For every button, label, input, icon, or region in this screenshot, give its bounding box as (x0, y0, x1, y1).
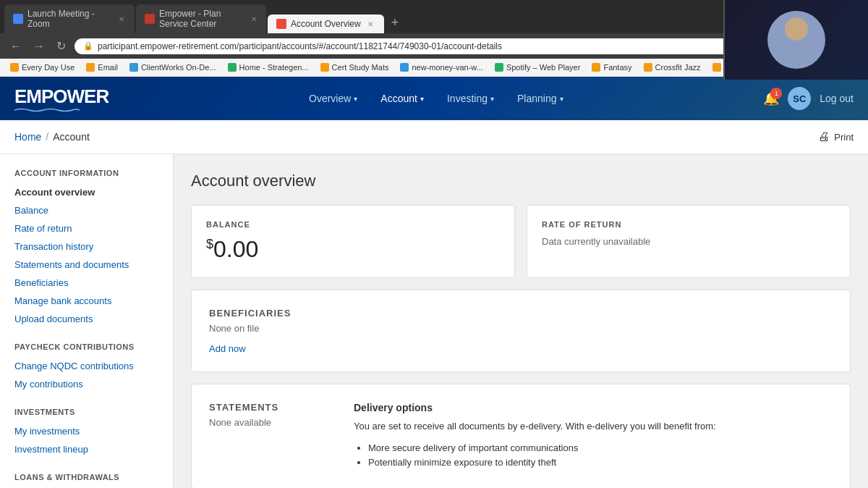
print-button[interactable]: 🖨 Print (818, 130, 854, 143)
sidebar-item-manage-bank-accounts[interactable]: Manage bank accounts (0, 292, 173, 310)
sidebar-section-title: PAYCHECK CONTRIBUTIONS (0, 342, 173, 357)
page-title: Account overview (191, 172, 851, 190)
cards-row: BALANCE $0.00 RATE OF RETURN Data curren… (191, 205, 851, 278)
sidebar-section-title: INVESTMENTS (0, 408, 173, 422)
statements-right: Delivery options You are set to receive … (354, 402, 833, 471)
sidebar-item-my-investments[interactable]: My investments (0, 422, 173, 440)
bookmark-label: Email (98, 63, 118, 72)
bookmark-icon (400, 63, 409, 72)
bookmark-fantasy[interactable]: Fantasy (587, 62, 636, 73)
logo-wave-icon (14, 108, 80, 112)
balance-card: BALANCE $0.00 (191, 205, 515, 278)
bookmark-clientworks[interactable]: ClientWorks On-De... (125, 62, 221, 73)
logout-button[interactable]: Log out (820, 93, 854, 104)
tab-account-overview[interactable]: Account Overview ✕ (268, 14, 384, 33)
nav-overview[interactable]: Overview ▾ (299, 87, 367, 110)
currency-symbol: $ (206, 237, 213, 251)
tab-close[interactable]: ✕ (116, 14, 126, 24)
bookmark-icon (712, 63, 721, 72)
bookmark-crossfit[interactable]: Crossfit Jazz (639, 62, 705, 73)
bookmark-home-strat[interactable]: Home - Strategen... (224, 62, 313, 73)
nav-account[interactable]: Account ▾ (370, 87, 434, 110)
bookmark-icon (228, 63, 237, 72)
user-avatar[interactable]: SC (788, 87, 811, 110)
delivery-list: More secure delivery of important commun… (354, 441, 833, 471)
sidebar-item-rate-of-return[interactable]: Rate of return (0, 219, 173, 237)
add-beneficiary-link[interactable]: Add now (209, 343, 246, 354)
bookmark-spotify[interactable]: Spotify – Web Player (490, 62, 585, 73)
back-button[interactable]: ← (7, 38, 25, 54)
tab-close[interactable]: ✕ (365, 19, 375, 29)
sidebar-section-title: ACCOUNT INFORMATION (0, 169, 173, 183)
notification-button[interactable]: 🔔 1 (763, 91, 779, 106)
tab-favicon (13, 14, 23, 24)
statements-section: STATEMENTS None available Delivery optio… (191, 384, 851, 488)
main-nav: Overview ▾ Account ▾ Investing ▾ Plannin… (299, 87, 574, 110)
delivery-options-title: Delivery options (354, 402, 833, 413)
beneficiaries-subtitle: None on file (209, 323, 833, 334)
url-text: participant.empower-retirement.com/parti… (98, 41, 502, 51)
chevron-down-icon: ▾ (420, 95, 424, 103)
bookmark-label: new-money-van-w... (412, 63, 482, 72)
sidebar-item-my-contributions[interactable]: My contributions (0, 375, 173, 393)
new-tab-button[interactable]: + (386, 12, 405, 33)
lock-icon: 🔒 (83, 41, 93, 51)
rate-card-label: RATE OF RETURN (542, 220, 835, 229)
sidebar-section-account-info: ACCOUNT INFORMATION Account overview Bal… (0, 169, 173, 328)
app: EMPOWER Overview ▾ Account ▾ Investing ▾… (0, 77, 868, 488)
forward-button[interactable]: → (30, 38, 48, 54)
nav-planning[interactable]: Planning ▾ (507, 87, 574, 110)
bookmark-icon (10, 63, 19, 72)
tab-launch-meeting[interactable]: Launch Meeting - Zoom ✕ (4, 4, 135, 33)
nav-investing-label: Investing (447, 93, 488, 104)
balance-card-label: BALANCE (206, 220, 500, 229)
svg-point-1 (778, 45, 815, 65)
nav-investing[interactable]: Investing ▾ (437, 87, 504, 110)
sidebar-item-account-overview[interactable]: Account overview (0, 183, 173, 201)
sidebar-item-beneficiaries[interactable]: Beneficiaries (0, 274, 173, 292)
sidebar-item-investment-lineup[interactable]: Investment lineup (0, 440, 173, 458)
sidebar-item-upload-documents[interactable]: Upload documents (0, 310, 173, 328)
bookmark-everyday[interactable]: Every Day Use (6, 62, 79, 73)
statements-none-text: None available (209, 417, 325, 428)
breadcrumb-current: Account (53, 131, 90, 143)
tab-close[interactable]: ✕ (250, 14, 258, 24)
tab-label: Empower - Plan Service Center (159, 9, 246, 29)
sidebar-item-transaction-history[interactable]: Transaction history (0, 237, 173, 256)
bookmark-cert-study[interactable]: Cert Study Mats (316, 62, 393, 73)
breadcrumb: Home / Account (14, 131, 90, 143)
statements-title: STATEMENTS (209, 402, 325, 413)
nav-overview-label: Overview (309, 93, 351, 104)
bookmark-icon (86, 63, 95, 72)
tab-empower-plan[interactable]: Empower - Plan Service Center ✕ (136, 4, 266, 33)
sidebar-section-title: LOANS & WITHDRAWALS (0, 473, 173, 487)
rate-of-return-card: RATE OF RETURN Data currently unavailabl… (527, 205, 851, 278)
chevron-down-icon: ▾ (490, 95, 494, 103)
bookmark-email[interactable]: Email (82, 62, 122, 73)
nav-account-label: Account (380, 93, 417, 104)
sidebar-item-balance[interactable]: Balance (0, 201, 173, 219)
notification-badge: 1 (770, 88, 782, 99)
nav-planning-label: Planning (517, 93, 557, 104)
sidebar-item-statements-documents[interactable]: Statements and documents (0, 256, 173, 274)
breadcrumb-home-link[interactable]: Home (14, 131, 41, 143)
reload-button[interactable]: ↻ (54, 38, 69, 54)
url-path: /participant/accounts/#/account/11821744… (237, 41, 502, 51)
bookmark-label: Crossfit Jazz (655, 63, 701, 72)
video-overlay (723, 0, 868, 80)
breadcrumb-separator: / (46, 131, 48, 143)
video-person (767, 11, 825, 69)
bookmark-new-money[interactable]: new-money-van-w... (396, 62, 487, 73)
top-nav: EMPOWER Overview ▾ Account ▾ Investing ▾… (0, 77, 868, 120)
statements-grid: STATEMENTS None available Delivery optio… (209, 402, 833, 471)
bookmark-label: ClientWorks On-De... (141, 63, 216, 72)
sidebar-item-change-nqdc[interactable]: Change NQDC contributions (0, 357, 173, 375)
beneficiaries-title: BENEFICIARIES (209, 308, 833, 319)
bookmark-icon (592, 63, 600, 72)
chevron-down-icon: ▾ (560, 95, 563, 103)
bookmark-label: Fantasy (603, 63, 631, 72)
svg-point-0 (785, 17, 808, 41)
tab-favicon (145, 14, 155, 24)
address-bar[interactable]: 🔒 participant.empower-retirement.com/par… (75, 38, 833, 54)
tab-label: Account Overview (291, 19, 361, 29)
